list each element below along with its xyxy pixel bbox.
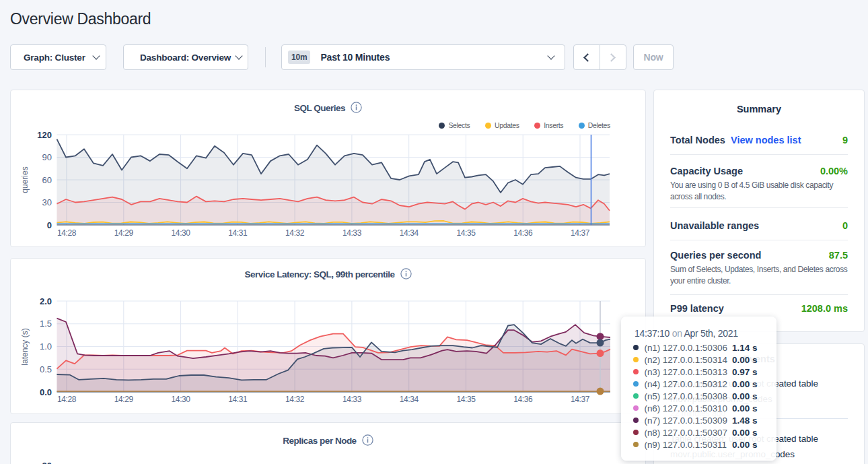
svg-text:14:35: 14:35 xyxy=(456,395,476,404)
svg-text:14:32: 14:32 xyxy=(285,228,305,238)
svg-text:14:31: 14:31 xyxy=(228,228,248,238)
svg-text:14:34: 14:34 xyxy=(400,395,419,404)
svg-text:14:36: 14:36 xyxy=(513,395,533,404)
svg-text:14:28: 14:28 xyxy=(57,228,77,238)
svg-text:0: 0 xyxy=(47,220,52,230)
svg-text:0.0: 0.0 xyxy=(40,387,52,397)
svg-text:60: 60 xyxy=(42,175,52,185)
svg-text:30: 30 xyxy=(42,197,52,207)
svg-text:latency (s): latency (s) xyxy=(20,328,30,365)
svg-text:14:35: 14:35 xyxy=(456,228,476,238)
svg-text:14:37: 14:37 xyxy=(571,228,590,238)
svg-text:14:29: 14:29 xyxy=(114,395,134,404)
svg-text:2.0: 2.0 xyxy=(40,296,52,306)
svg-text:14:30: 14:30 xyxy=(172,395,191,404)
svg-text:14:37: 14:37 xyxy=(571,395,590,404)
svg-text:14:29: 14:29 xyxy=(114,228,134,238)
svg-text:0.5: 0.5 xyxy=(40,364,52,374)
svg-text:14:32: 14:32 xyxy=(285,395,305,404)
svg-text:queries: queries xyxy=(20,166,30,193)
svg-text:14:36: 14:36 xyxy=(513,228,533,238)
svg-text:1.5: 1.5 xyxy=(40,319,52,329)
svg-text:14:33: 14:33 xyxy=(342,395,362,404)
svg-text:14:30: 14:30 xyxy=(172,228,191,238)
svg-text:90: 90 xyxy=(42,152,52,162)
svg-text:120: 120 xyxy=(37,130,52,140)
svg-text:1.0: 1.0 xyxy=(40,341,52,352)
svg-text:14:33: 14:33 xyxy=(342,228,362,238)
svg-text:14:28: 14:28 xyxy=(57,395,77,404)
svg-text:14:31: 14:31 xyxy=(228,395,248,404)
svg-text:14:34: 14:34 xyxy=(400,228,419,238)
